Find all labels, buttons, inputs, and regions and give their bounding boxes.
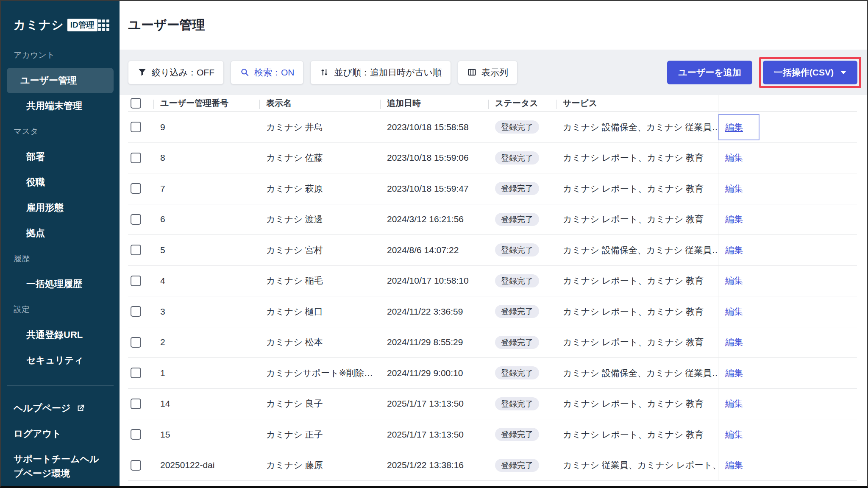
edit-link[interactable]: 編集 (725, 336, 743, 348)
toolbar-left-group: 絞り込み：OFF検索：ON並び順：追加日時が古い順表示列 (128, 61, 517, 84)
cell-added-at: 2023/10/18 15:58:58 (380, 122, 488, 132)
page-title: ユーザー管理 (128, 17, 205, 34)
cell-added-at: 2025/1/22 13:38:16 (380, 460, 488, 470)
sidebar-footer-item[interactable]: ログアウト (1, 421, 120, 446)
status-badge: 登録完了 (495, 243, 539, 257)
row-checkbox[interactable] (131, 122, 141, 132)
status-badge: 登録完了 (495, 213, 539, 226)
row-checkbox[interactable] (131, 306, 141, 317)
table-header-row: ユーザー管理番号 表示名 追加日時 ステータス サービス (128, 95, 857, 112)
cell-display-name: カミナシ 松本 (259, 336, 380, 348)
edit-link[interactable]: 編集 (725, 429, 743, 441)
header-user-id: ユーザー管理番号 (153, 98, 259, 109)
row-checkbox[interactable] (131, 429, 141, 440)
table-row: 8カミナシ 佐藤2023/10/18 15:59:06登録完了カミナシ レポート… (128, 143, 857, 174)
columns-toolbar-button[interactable]: 表示列 (458, 61, 517, 84)
edit-link[interactable]: 編集 (725, 213, 743, 225)
row-checkbox[interactable] (131, 183, 141, 194)
cell-display-name: カミナシ 稲毛 (259, 275, 380, 287)
search-toolbar-button[interactable]: 検索：ON (231, 61, 304, 84)
row-checkbox[interactable] (131, 460, 141, 471)
filter-toolbar-button[interactable]: 絞り込み：OFF (128, 61, 224, 84)
edit-link[interactable]: 編集 (725, 121, 743, 133)
sidebar-item[interactable]: セキュリティ (7, 348, 114, 373)
sidebar-section-label: 設定 (1, 297, 120, 322)
sidebar-section: アカウントユーザー管理共用端末管理 (1, 42, 120, 119)
app-window: カミナシ ID管理 アカウントユーザー管理共用端末管理マスタ部署役職雇用形態拠点… (0, 0, 868, 488)
sidebar-section: マスタ部署役職雇用形態拠点 (1, 119, 120, 246)
row-checkbox[interactable] (131, 337, 141, 348)
edit-link[interactable]: 編集 (725, 306, 743, 318)
add-user-button[interactable]: ユーザーを追加 (667, 61, 752, 84)
toolbar-button-label: 表示列 (481, 67, 508, 78)
cell-user-id: 5 (153, 245, 259, 255)
cell-edit: 編集 (718, 450, 760, 481)
cell-display-name: カミナシ 萩原 (259, 183, 380, 195)
edit-link[interactable]: 編集 (725, 398, 743, 410)
brand-logo: カミナシ (14, 17, 64, 33)
sidebar-nav: アカウントユーザー管理共用端末管理マスタ部署役職雇用形態拠点履歴一括処理履歴設定… (1, 42, 120, 373)
sidebar-item[interactable]: 共用端末管理 (7, 93, 114, 119)
cell-display-name: カミナシ 藤原 (259, 459, 380, 471)
cell-edit: 編集 (718, 204, 760, 235)
sidebar-item[interactable]: 一括処理履歴 (7, 271, 114, 297)
sidebar-section-label: 履歴 (1, 246, 120, 271)
sidebar-item[interactable]: 役職 (7, 170, 114, 195)
row-checkbox[interactable] (131, 276, 141, 286)
sidebar-footer: ヘルプページログアウトサポートチームヘルプページ環境 (1, 396, 120, 486)
row-checkbox[interactable] (131, 214, 141, 225)
status-badge: 登録完了 (495, 459, 539, 472)
header-edit (718, 95, 760, 112)
edit-link[interactable]: 編集 (725, 244, 743, 256)
cell-display-name: カミナシ 渡邊 (259, 213, 380, 225)
select-all-checkbox[interactable] (131, 98, 141, 109)
cell-added-at: 2024/11/29 9:00:10 (380, 368, 488, 378)
external-link-icon (76, 404, 85, 413)
cell-display-name: カミナシ 井島 (259, 121, 380, 133)
table-row: 5カミナシ 宮村2024/8/6 14:07:22登録完了カミナシ 設備保全、カ… (128, 235, 857, 266)
table-row: 7カミナシ 萩原2023/10/18 15:59:47登録完了カミナシ レポート… (128, 173, 857, 204)
status-badge: 登録完了 (495, 182, 539, 195)
edit-link[interactable]: 編集 (725, 459, 743, 471)
cell-display-name: カミナシ 宮村 (259, 244, 380, 256)
edit-link[interactable]: 編集 (725, 367, 743, 379)
header-status: ステータス (488, 98, 556, 109)
user-table: ユーザー管理番号 表示名 追加日時 ステータス サービス 9カミナシ 井島202… (128, 95, 857, 481)
edit-link[interactable]: 編集 (725, 152, 743, 164)
sidebar-footer-item[interactable]: ヘルプページ (1, 396, 120, 421)
sidebar-section: 設定共通登録URLセキュリティ (1, 297, 120, 373)
cell-user-id: 14 (153, 399, 259, 409)
sidebar-item[interactable]: ユーザー管理 (7, 68, 114, 93)
sidebar-item[interactable]: 共通登録URL (7, 322, 114, 348)
row-checkbox[interactable] (131, 368, 141, 378)
cell-services: カミナシ レポート、カミナシ 教育 (556, 429, 718, 441)
sidebar-footer-label: サポートチームヘルプページ環境 (14, 452, 107, 481)
row-checkbox[interactable] (131, 399, 141, 409)
cell-services: カミナシ レポート、カミナシ 教育 (556, 398, 718, 410)
header-services: サービス (556, 98, 718, 109)
bulk-operation-button[interactable]: 一括操作(CSV) (763, 61, 857, 84)
sidebar-footer-item[interactable]: サポートチームヘルプページ環境 (1, 446, 120, 486)
table-body: 9カミナシ 井島2023/10/18 15:58:58登録完了カミナシ 設備保全… (128, 112, 857, 481)
sidebar-item[interactable]: 拠点 (7, 220, 114, 246)
sidebar-item[interactable]: 部署 (7, 144, 114, 170)
apps-grid-icon[interactable] (98, 20, 109, 31)
toolbar-button-label: 並び順：追加日時が古い順 (334, 67, 441, 78)
bulk-operation-label: 一括操作(CSV) (774, 67, 834, 78)
toolbar-button-label: 検索：ON (254, 67, 295, 78)
columns-icon (467, 67, 477, 77)
status-badge: 登録完了 (495, 336, 539, 349)
row-checkbox[interactable] (131, 245, 141, 255)
sidebar-footer-label: ヘルプページ (14, 401, 71, 415)
sort-toolbar-button[interactable]: 並び順：追加日時が古い順 (310, 61, 451, 84)
cell-display-name: カミナシサポート※削除… (259, 367, 380, 379)
sidebar-item[interactable]: 雇用形態 (7, 195, 114, 220)
table-row: 6カミナシ 渡邊2024/3/12 16:21:56登録完了カミナシ レポート、… (128, 204, 857, 235)
edit-link[interactable]: 編集 (725, 183, 743, 195)
edit-link[interactable]: 編集 (725, 275, 743, 287)
title-row: ユーザー管理 (120, 1, 867, 50)
cell-display-name: カミナシ 正子 (259, 429, 380, 441)
cell-user-id: 20250122-dai (153, 460, 259, 470)
row-checkbox[interactable] (131, 153, 141, 163)
cell-edit: 編集 (718, 173, 760, 204)
